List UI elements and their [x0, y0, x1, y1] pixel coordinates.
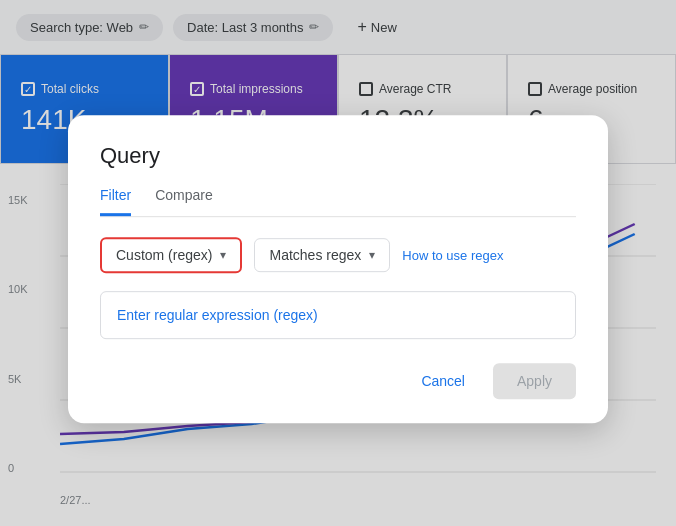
regex-input-container[interactable]: Enter regular expression (regex) — [100, 291, 576, 339]
condition-label: Matches regex — [269, 247, 361, 263]
tab-compare[interactable]: Compare — [155, 187, 213, 216]
regex-placeholder: Enter regular expression (regex) — [117, 307, 318, 323]
regex-help-link[interactable]: How to use regex — [402, 248, 503, 263]
filter-type-arrow: ▾ — [220, 248, 226, 262]
condition-dropdown[interactable]: Matches regex ▾ — [254, 238, 390, 272]
query-modal: Query Filter Compare Custom (regex) ▾ Ma… — [68, 115, 608, 423]
filter-row: Custom (regex) ▾ Matches regex ▾ How to … — [100, 237, 576, 273]
filter-type-label: Custom (regex) — [116, 247, 212, 263]
cancel-button[interactable]: Cancel — [401, 363, 485, 399]
condition-arrow: ▾ — [369, 248, 375, 262]
filter-type-dropdown[interactable]: Custom (regex) ▾ — [100, 237, 242, 273]
apply-button[interactable]: Apply — [493, 363, 576, 399]
tab-filter[interactable]: Filter — [100, 187, 131, 216]
modal-footer: Cancel Apply — [100, 363, 576, 399]
modal-title: Query — [100, 143, 576, 169]
modal-tabs: Filter Compare — [100, 187, 576, 217]
